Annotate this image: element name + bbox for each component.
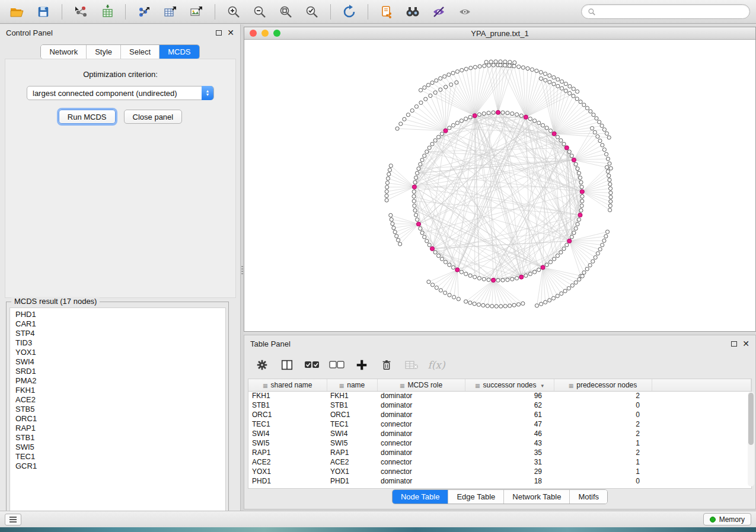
table-cell: ACE2 [248, 457, 327, 467]
hide-selected-button[interactable] [428, 2, 450, 21]
table-cell: SWI5 [327, 438, 377, 448]
export-image-button[interactable] [185, 2, 208, 21]
search-input[interactable] [599, 7, 744, 16]
table-row[interactable]: SWI5SWI5connector431 [248, 438, 751, 448]
table-row[interactable]: YOX1YOX1connector291 [248, 467, 751, 476]
mcds-result-item[interactable]: RAP1 [10, 424, 225, 433]
zoom-out-button[interactable] [248, 2, 271, 21]
table-cell: 29 [465, 467, 554, 476]
share-document-button[interactable] [375, 2, 398, 21]
tab-edge-table[interactable]: Edge Table [448, 490, 504, 504]
network-canvas[interactable] [244, 40, 755, 331]
save-session-button[interactable] [32, 2, 55, 21]
delete-row-button[interactable] [377, 356, 396, 374]
mcds-result-list[interactable]: PHD1CAR1STP4TID3YOX1SWI4SRD1PMA2FKH1ACE2… [9, 307, 226, 518]
show-all-button[interactable] [454, 2, 476, 21]
zoom-selected-button[interactable] [301, 2, 323, 21]
mcds-result-item[interactable]: SRD1 [10, 367, 225, 376]
column-menu-arrow[interactable]: ▾ [541, 383, 544, 389]
table-cell: connector [377, 467, 465, 476]
close-panel-icon[interactable]: ✕ [227, 28, 234, 37]
clear-table-button[interactable] [402, 356, 421, 374]
table-cell: ORC1 [248, 410, 327, 419]
table-cell: 1 [554, 457, 652, 467]
table-row[interactable]: RAP1RAP1dominator352 [248, 448, 751, 457]
mcds-result-item[interactable]: PHD1 [10, 310, 225, 319]
table-row[interactable]: STB1STB1dominator620 [248, 400, 751, 410]
mcds-result-item[interactable]: YOX1 [10, 348, 225, 357]
import-network-icon [74, 5, 88, 19]
export-network-button[interactable] [133, 2, 155, 21]
add-row-button[interactable] [352, 356, 371, 374]
search-field[interactable] [581, 4, 750, 19]
table-toolbar: f(x) [244, 352, 755, 378]
zoom-fit-button[interactable] [275, 2, 297, 21]
table-row[interactable]: FKH1FKH1dominator962 [248, 391, 751, 400]
float-panel-icon[interactable] [216, 30, 222, 36]
column-header[interactable]: ▦predecessor nodes [554, 379, 652, 391]
table-row[interactable]: PHD1PHD1dominator180 [248, 476, 751, 486]
network-titlebar[interactable]: YPA_prune.txt_1 [244, 27, 755, 40]
float-panel-icon[interactable] [731, 341, 737, 347]
import-network-button[interactable] [69, 2, 92, 21]
table-cell: FKH1 [327, 391, 377, 400]
optimization-criterion-dropdown[interactable]: largest connected component (undirected)… [27, 86, 214, 100]
table-cell: connector [377, 457, 465, 467]
mcds-result-item[interactable]: PMA2 [10, 376, 225, 386]
tab-network-table[interactable]: Network Table [504, 490, 570, 504]
tab-node-table[interactable]: Node Table [393, 490, 449, 504]
tab-motifs[interactable]: Motifs [570, 490, 607, 504]
mcds-result-item[interactable]: ORC1 [10, 414, 225, 424]
column-header[interactable]: ▦MCDS role [377, 379, 465, 391]
first-neighbors-button[interactable] [401, 2, 424, 21]
mcds-result-item[interactable]: GCR1 [10, 462, 225, 471]
tab-network[interactable]: Network [41, 45, 87, 59]
settings-gear-button[interactable] [253, 356, 272, 374]
table-scrollbar[interactable] [748, 392, 754, 486]
import-table-button[interactable] [95, 2, 118, 21]
column-header[interactable]: ▦name [327, 379, 377, 391]
memory-button[interactable]: Memory [703, 513, 751, 525]
table-row[interactable]: TEC1TEC1connector472 [248, 419, 751, 429]
mcds-result-item[interactable]: FKH1 [10, 386, 225, 395]
table-row[interactable]: ORC1ORC1dominator610 [248, 410, 751, 419]
column-header[interactable]: ▦successor nodes▾ [465, 379, 554, 391]
status-menu-button[interactable] [5, 514, 21, 525]
mcds-pane: Optimization criterion: largest connecte… [5, 59, 236, 298]
deselect-all-button[interactable] [327, 356, 346, 374]
toolbar-separator [368, 4, 368, 20]
column-header[interactable]: ▦shared name [248, 379, 327, 391]
table-cell: 2 [554, 419, 652, 429]
tab-mcds[interactable]: MCDS [160, 45, 199, 59]
refresh-layout-button[interactable] [338, 2, 361, 21]
mcds-result-item[interactable]: SWI4 [10, 357, 225, 367]
mcds-result-item[interactable]: TID3 [10, 338, 225, 348]
table-cell: SWI4 [248, 429, 327, 438]
mcds-result-item[interactable]: CAR1 [10, 319, 225, 329]
export-table-button[interactable] [159, 2, 181, 21]
memory-label: Memory [719, 515, 745, 524]
scrollbar-thumb[interactable] [748, 393, 754, 445]
first-neighbors-icon [405, 5, 420, 18]
function-builder-button[interactable]: f(x) [427, 356, 446, 374]
mcds-result-item[interactable]: STB5 [10, 405, 225, 414]
mcds-result-item[interactable]: TEC1 [10, 452, 225, 462]
table-row[interactable]: SWI4SWI4dominator462 [248, 429, 751, 438]
mcds-result-item[interactable]: ACE2 [10, 395, 225, 405]
table-row[interactable]: ACE2ACE2connector311 [248, 457, 751, 467]
optimization-criterion-label: Optimization criterion: [5, 70, 235, 79]
tab-select[interactable]: Select [121, 45, 160, 59]
mcds-result-item[interactable]: STB1 [10, 433, 225, 443]
mcds-result-item[interactable]: STP4 [10, 329, 225, 338]
tab-style[interactable]: Style [87, 45, 121, 59]
close-panel-icon[interactable]: ✕ [742, 339, 749, 348]
run-mcds-button[interactable]: Run MCDS [59, 110, 116, 124]
close-panel-button[interactable]: Close panel [124, 110, 183, 124]
select-all-button[interactable] [302, 356, 321, 374]
column-layout-button[interactable] [277, 356, 296, 374]
zoom-in-button[interactable] [222, 2, 245, 21]
open-session-button[interactable] [6, 2, 28, 21]
show-all-icon [458, 5, 472, 19]
mcds-result-item[interactable]: SWI5 [10, 443, 225, 452]
share-document-icon [379, 5, 394, 19]
